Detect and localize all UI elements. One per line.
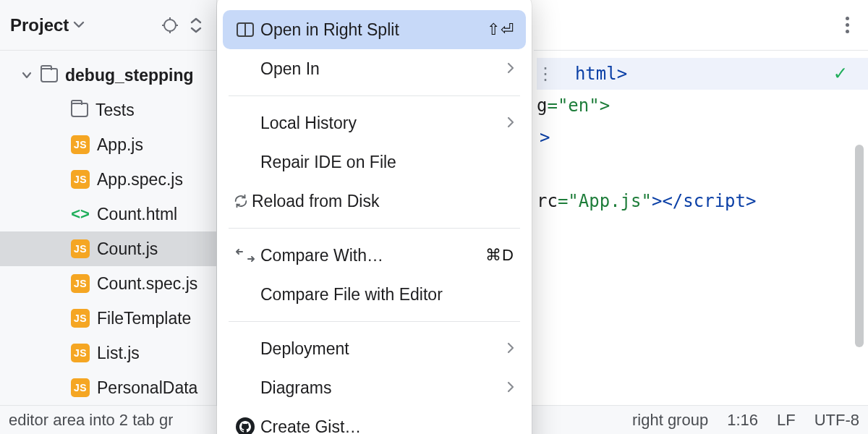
editor-area: ✓ ⋮ html> g="en"> > rc="App.js"></script… <box>534 0 868 405</box>
menu-open-right-split[interactable]: Open in Right Split ⇧⏎ <box>223 10 526 49</box>
tree-folder-root[interactable]: debug_stepping <box>0 58 216 93</box>
code-line <box>537 153 868 185</box>
menu-item-label: Local History <box>260 114 504 133</box>
menu-item-label: Compare With… <box>260 246 482 265</box>
menu-local-history[interactable]: Local History <box>217 103 532 142</box>
expand-icon[interactable] <box>186 15 206 35</box>
project-panel-header: Project <box>0 0 216 51</box>
submenu-arrow-icon <box>507 61 514 77</box>
split-right-icon <box>233 22 258 37</box>
submenu-arrow-icon <box>507 115 514 132</box>
context-menu: Open in Right Split ⇧⏎ Open In Local His… <box>217 0 532 434</box>
more-options-icon[interactable] <box>846 17 849 33</box>
tree-item-label: List.js <box>97 344 140 363</box>
js-file-icon: JS <box>71 239 90 258</box>
tree-item-label: Count.js <box>97 239 158 259</box>
tree-file[interactable]: JS FileTemplate <box>0 301 216 336</box>
menu-item-label: Create Gist… <box>260 417 514 435</box>
project-tree: debug_stepping Tests JS App.js JS App.sp… <box>0 51 216 405</box>
menu-compare-with[interactable]: Compare With… ⌘D <box>217 236 532 275</box>
inspection-ok-icon[interactable]: ✓ <box>834 61 846 85</box>
code-line: rc="App.js"></script> <box>537 185 868 217</box>
svg-point-0 <box>164 20 176 31</box>
menu-item-shortcut: ⌘D <box>485 246 514 265</box>
project-panel-title[interactable]: Project <box>10 15 69 35</box>
project-panel: Project debug_stepping Tests JS App.js <box>0 0 217 405</box>
menu-item-label: Deployment <box>260 339 504 359</box>
status-cursor[interactable]: 1:16 <box>727 411 758 430</box>
editor-toolbar <box>534 0 868 51</box>
code-line: g="en"> <box>537 90 868 122</box>
submenu-arrow-icon <box>507 341 514 357</box>
menu-item-label: Repair IDE on File <box>260 153 514 172</box>
js-file-icon: JS <box>71 274 90 293</box>
scrollbar-thumb[interactable] <box>855 145 864 347</box>
menu-compare-editor[interactable]: Compare File with Editor <box>217 275 532 314</box>
status-hint-left: editor area into 2 tab gr <box>9 411 173 430</box>
tree-file[interactable]: JS Count.spec.js <box>0 266 216 301</box>
menu-create-gist[interactable]: Create Gist… <box>217 407 532 434</box>
js-file-icon: JS <box>71 170 90 189</box>
tree-folder[interactable]: Tests <box>0 93 216 127</box>
code-line: > <box>537 122 868 153</box>
chevron-down-icon[interactable] <box>73 14 85 33</box>
menu-item-label: Diagrams <box>260 378 504 398</box>
tree-file[interactable]: JS PersonalData <box>0 370 216 405</box>
tree-item-label: FileTemplate <box>97 309 191 328</box>
tree-file[interactable]: JS App.js <box>0 127 216 162</box>
editor-content[interactable]: ✓ ⋮ html> g="en"> > rc="App.js"></script… <box>534 51 868 217</box>
status-line-separator[interactable]: LF <box>777 411 796 430</box>
tree-root-label: debug_stepping <box>65 66 194 85</box>
tree-file-selected[interactable]: JS Count.js <box>0 231 216 266</box>
js-file-icon: JS <box>71 344 90 362</box>
locate-icon[interactable] <box>160 15 180 35</box>
menu-open-in[interactable]: Open In <box>217 49 532 88</box>
menu-item-label: Open in Right Split <box>260 20 484 40</box>
menu-item-label: Compare File with Editor <box>260 285 514 305</box>
folder-icon <box>71 103 88 117</box>
tree-item-label: App.spec.js <box>97 170 183 190</box>
submenu-arrow-icon <box>507 380 514 396</box>
js-file-icon: JS <box>71 378 90 397</box>
menu-separator <box>229 95 520 96</box>
caret-down-icon[interactable] <box>20 72 33 79</box>
menu-reload-disk[interactable]: Reload from Disk <box>217 182 532 221</box>
tree-item-label: Count.spec.js <box>97 274 197 294</box>
compare-icon <box>233 247 258 263</box>
tree-item-label: Count.html <box>97 205 177 224</box>
tree-file[interactable]: JS App.spec.js <box>0 162 216 197</box>
menu-item-label: Open In <box>260 59 504 79</box>
js-file-icon: JS <box>71 135 90 154</box>
status-hint-right: right group <box>632 411 708 430</box>
folder-icon <box>41 68 58 82</box>
tree-file[interactable]: <> Count.html <box>0 197 216 231</box>
menu-diagrams[interactable]: Diagrams <box>217 368 532 407</box>
tree-file[interactable]: JS List.js <box>0 336 216 370</box>
html-file-icon: <> <box>71 205 90 224</box>
status-encoding[interactable]: UTF-8 <box>814 411 859 430</box>
tree-item-label: Tests <box>95 101 135 120</box>
reload-icon <box>233 193 249 209</box>
js-file-icon: JS <box>71 309 90 328</box>
github-icon <box>233 417 258 434</box>
menu-repair-ide[interactable]: Repair IDE on File <box>217 142 532 182</box>
menu-deployment[interactable]: Deployment <box>217 329 532 368</box>
code-line: ⋮ html> <box>537 58 868 90</box>
menu-item-shortcut: ⇧⏎ <box>487 20 514 39</box>
menu-separator <box>229 228 520 229</box>
tree-item-label: PersonalData <box>97 378 197 398</box>
menu-item-label: Reload from Disk <box>252 192 514 211</box>
tree-item-label: App.js <box>97 135 143 155</box>
menu-separator <box>229 321 520 322</box>
